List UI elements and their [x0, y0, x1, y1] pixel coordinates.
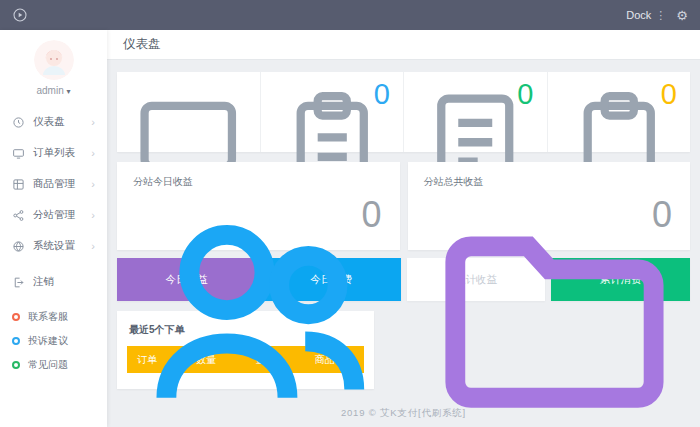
stat-today-revenue: 平台今日收益 0: [548, 72, 691, 152]
page-header: 仪表盘: [107, 30, 700, 60]
sidebar-item-feedback[interactable]: 投诉建议: [0, 329, 107, 353]
sidebar-item-contact-support[interactable]: 联系客服: [0, 305, 107, 329]
dock-button[interactable]: Dock ⋮: [626, 9, 666, 22]
sidebar-item-label: 仪表盘: [33, 115, 91, 129]
orders-icon: [12, 146, 25, 159]
chevron-right-icon: ›: [91, 209, 95, 221]
sidebar-item-label: 订单列表: [33, 146, 91, 160]
sidebar-item-substations[interactable]: 分站管理 ›: [0, 199, 107, 230]
sidebar: admin ▾ 仪表盘 › 订单列表 ›: [0, 30, 107, 427]
sidebar-item-label: 分站管理: [33, 208, 91, 222]
dock-label: Dock: [626, 9, 651, 21]
avatar[interactable]: [34, 40, 74, 80]
stat-value: 0: [374, 78, 390, 111]
logout-label: 注销: [33, 275, 95, 289]
sidebar-item-orders[interactable]: 订单列表 ›: [0, 137, 107, 168]
chevron-down-icon: ▾: [67, 87, 71, 96]
sidebar-toggle-icon[interactable]: [12, 7, 28, 23]
card-value: 0: [361, 194, 381, 236]
card-substation-today-revenue: 分站今日收益 0: [117, 162, 400, 250]
user-menu[interactable]: admin ▾: [36, 85, 70, 96]
stat-value: 0: [517, 78, 533, 111]
chevron-right-icon: ›: [91, 147, 95, 159]
products-icon: [12, 177, 25, 190]
help-item-label: 投诉建议: [28, 334, 68, 348]
logout-button[interactable]: 注销: [0, 266, 107, 297]
stat-balance: AIK支付余额: [117, 72, 261, 152]
username-label: admin: [36, 85, 63, 96]
sidebar-item-dashboard[interactable]: 仪表盘 ›: [0, 106, 107, 137]
help-item-label: 联系客服: [28, 310, 68, 324]
card-title: 分站总共收益: [424, 175, 675, 189]
card-substation-total-revenue: 分站总共收益 0: [408, 162, 691, 250]
chevron-right-icon: ›: [91, 240, 95, 252]
stat-value: 0: [661, 78, 677, 111]
card-value: 0: [652, 194, 672, 236]
chevron-right-icon: ›: [91, 178, 95, 190]
sidebar-item-faq[interactable]: 常见问题: [0, 353, 107, 377]
help-item-label: 常见问题: [28, 358, 68, 372]
stat-total-orders: 平台总订单 0: [261, 72, 405, 152]
stats-panel: AIK支付余额 平台总订单 0: [117, 72, 690, 152]
chevron-right-icon: ›: [91, 116, 95, 128]
card-title: 分站今日收益: [133, 175, 384, 189]
sidebar-item-label: 系统设置: [33, 239, 91, 253]
settings-icon: [12, 239, 25, 252]
logout-icon: [12, 275, 25, 288]
sidebar-item-settings[interactable]: 系统设置 ›: [0, 230, 107, 261]
ring-icon: [12, 337, 20, 345]
substation-icon: [12, 208, 25, 221]
ring-icon: [12, 361, 20, 369]
sidebar-item-products[interactable]: 商品管理 ›: [0, 168, 107, 199]
ring-icon: [12, 313, 20, 321]
stat-today-orders: 平台今日订单 0: [404, 72, 548, 152]
page-title: 仪表盘: [123, 36, 161, 53]
topbar: Dock ⋮ ⚙: [0, 0, 700, 30]
more-dots-icon: ⋮: [655, 9, 666, 22]
sidebar-item-label: 商品管理: [33, 177, 91, 191]
gear-icon[interactable]: ⚙: [676, 8, 688, 23]
dashboard-icon: [12, 115, 25, 128]
